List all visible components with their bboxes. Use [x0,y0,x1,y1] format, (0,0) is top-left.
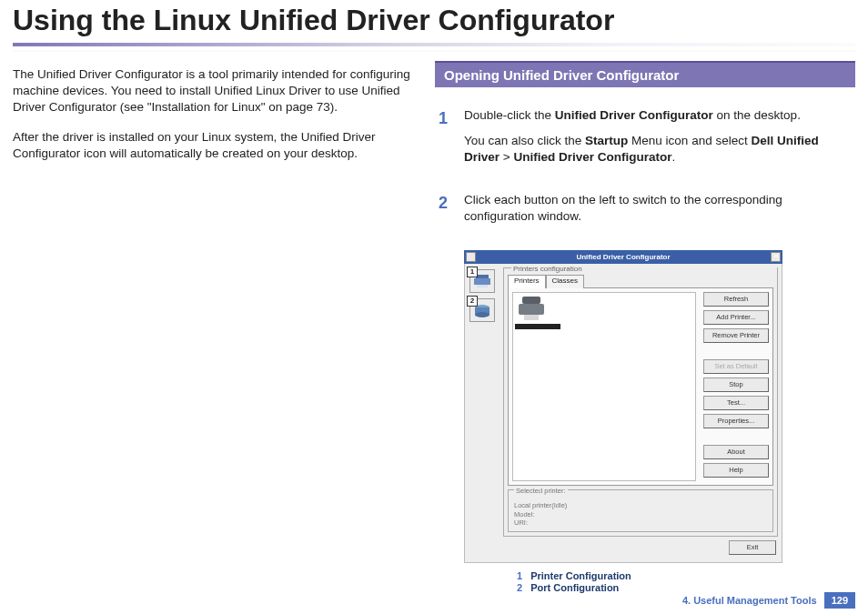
properties-button[interactable]: Properties... [703,414,769,428]
left-column: The Unified Driver Configurator is a too… [13,59,417,594]
svg-rect-7 [519,304,544,315]
callout-legend: 1 Printer Configuration 2 Port Configura… [517,570,855,593]
selected-legend: Selected printer: [514,487,568,496]
page-footer: 4. Useful Management Tools 129 [675,592,855,609]
svg-point-5 [475,312,490,317]
bold-text: Startup [585,134,628,147]
bold-text: Unified Driver Configurator [513,150,671,164]
step-1: 1 Double-click the Unified Driver Config… [435,107,855,176]
selected-printer-fieldset: Selected printer: Local printer(Idle) Mo… [508,489,773,532]
set-default-button[interactable]: Set as Default [703,359,769,374]
text: Menu icon and select [628,134,751,147]
app-titlebar: Unified Driver Configurator ✕ [464,250,782,264]
help-button[interactable]: Help [703,463,769,478]
about-button[interactable]: About [703,445,769,459]
add-printer-button[interactable]: Add Printer... [703,310,769,325]
stop-button[interactable]: Stop [703,377,769,392]
close-icon[interactable]: ✕ [771,252,781,262]
right-column: Opening Unified Driver Configurator 1 Do… [435,59,855,594]
app-window: Unified Driver Configurator ✕ 1 2 [464,250,782,563]
refresh-button[interactable]: Refresh [703,292,769,307]
text: on the desktop. [713,108,801,122]
remove-printer-button[interactable]: Remove Printer [703,328,769,343]
selected-line-2: Model: [514,510,767,519]
text: You can also click the [464,134,585,147]
title-underline [13,43,855,46]
legend-row-1: 1 Printer Configuration [517,570,855,581]
section-heading: Opening Unified Driver Configurator [435,61,855,87]
bold-text: Unified Driver Configurator [555,108,713,122]
legend-text: Port Configuration [530,582,619,593]
step-number: 2 [435,192,451,234]
text: Double-click the [464,108,555,122]
svg-rect-8 [524,315,539,320]
callout-1: 1 [467,267,478,277]
page-title: Using the Linux Unified Driver Configura… [13,4,868,37]
text: > [500,150,513,164]
step-1-line-1: Double-click the Unified Driver Configur… [464,107,855,124]
svg-rect-6 [522,297,540,304]
text: . [671,150,675,164]
step-2-text: Click each button on the left to switch … [464,192,855,225]
tab-printers[interactable]: Printers [508,275,546,288]
tab-spacer [584,275,773,288]
intro-para-2: After the driver is installed on your Li… [13,129,417,162]
svg-rect-1 [474,278,490,285]
legend-text: Printer Configuration [530,570,631,581]
printer-item-label [515,324,560,329]
exit-button[interactable]: Exit [729,540,776,555]
window-title: Unified Driver Configurator [476,253,771,261]
legend-num: 2 [517,582,522,593]
svg-rect-2 [477,285,488,287]
app-sidebar: 1 2 [465,264,500,562]
tab-classes[interactable]: Classes [546,275,584,288]
selected-line-3: URI: [514,518,767,528]
test-button[interactable]: Test... [703,396,769,410]
legend-num: 1 [517,570,522,581]
printer-thumb-icon [515,295,548,322]
printers-config-button[interactable]: 1 [469,269,495,293]
svg-rect-0 [476,275,489,278]
page-number: 129 [824,592,855,609]
chapter-label: 4. Useful Management Tools [675,592,824,609]
printer-list[interactable] [512,292,696,481]
intro-para-1: The Unified Driver Configurator is a too… [13,66,417,116]
step-number: 1 [435,107,451,176]
fieldset-legend: Printers configuration [511,265,777,273]
faint-divider [13,50,855,52]
selected-line-1: Local printer(Idle) [514,501,767,510]
ports-config-button[interactable]: 2 [469,298,495,322]
step-1-line-2: You can also click the Startup Menu icon… [464,133,855,166]
printer-item[interactable] [515,295,550,329]
window-menu-icon[interactable] [466,252,476,262]
step-2: 2 Click each button on the left to switc… [435,192,855,234]
callout-2: 2 [467,296,478,307]
